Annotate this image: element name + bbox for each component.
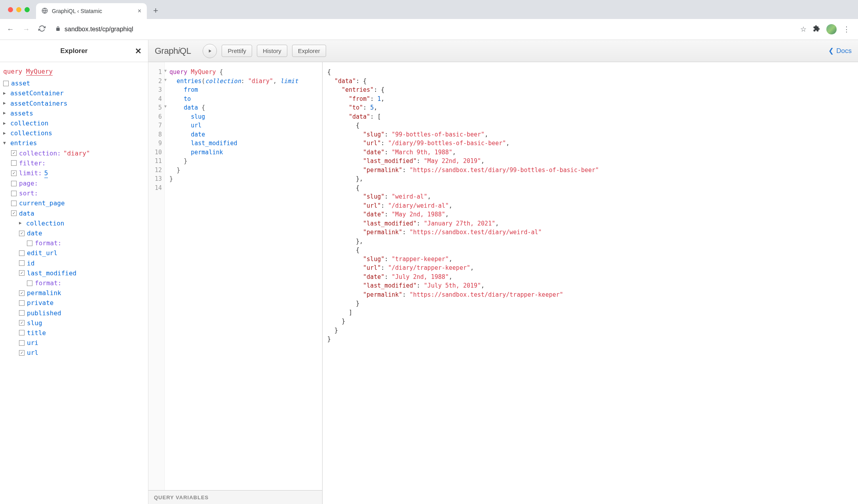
editor-split: 1▼2▼345▼67891011121314 query MyQuery { e… bbox=[148, 62, 858, 504]
query-variables-toggle[interactable]: QUERY VARIABLES bbox=[148, 490, 322, 504]
checkbox[interactable] bbox=[11, 160, 17, 166]
extensions-icon[interactable] bbox=[813, 25, 820, 34]
tree-item-data[interactable]: data bbox=[3, 208, 145, 218]
explorer-button[interactable]: Explorer bbox=[292, 45, 326, 57]
tree-item-published[interactable]: published bbox=[3, 308, 145, 318]
tree-item-assetContainer[interactable]: ▶assetContainer bbox=[3, 88, 145, 98]
checkbox[interactable] bbox=[11, 181, 17, 186]
forward-button[interactable]: → bbox=[21, 25, 32, 34]
tree-item-format[interactable]: format: bbox=[3, 238, 145, 248]
tab-bar: GraphiQL ‹ Statamic × + bbox=[0, 0, 858, 19]
graphiql-logo: GraphiQL bbox=[155, 46, 191, 56]
checkbox[interactable] bbox=[11, 150, 17, 156]
close-tab-button[interactable]: × bbox=[138, 8, 141, 15]
tree-item-title[interactable]: title bbox=[3, 328, 145, 338]
checkbox[interactable] bbox=[19, 270, 25, 276]
tree-item-collections[interactable]: ▶collections bbox=[3, 128, 145, 138]
checkbox[interactable] bbox=[11, 171, 17, 176]
checkbox[interactable] bbox=[19, 290, 25, 296]
caret-right-icon: ▶ bbox=[3, 90, 8, 97]
menu-icon[interactable]: ⋮ bbox=[843, 25, 850, 34]
app: Explorer ✕ query MyQuery asset▶assetCont… bbox=[0, 40, 858, 504]
traffic-lights bbox=[5, 7, 33, 12]
tree-item-edit_url[interactable]: edit_url bbox=[3, 248, 145, 258]
url-text: sandbox.test/cp/graphiql bbox=[65, 26, 133, 33]
caret-down-icon: ▼ bbox=[3, 140, 8, 146]
execute-button[interactable] bbox=[203, 44, 217, 58]
back-button[interactable]: ← bbox=[5, 25, 16, 34]
query-editor[interactable]: 1▼2▼345▼67891011121314 query MyQuery { e… bbox=[148, 62, 322, 490]
checkbox[interactable] bbox=[19, 320, 25, 326]
prettify-button[interactable]: Prettify bbox=[222, 45, 252, 57]
checkbox[interactable] bbox=[3, 81, 9, 86]
tree-item-date[interactable]: date bbox=[3, 228, 145, 238]
docs-button[interactable]: ❮ Docs bbox=[828, 47, 852, 55]
tree-item-private[interactable]: private bbox=[3, 298, 145, 308]
explorer-title: Explorer bbox=[61, 47, 88, 55]
browser-tab[interactable]: GraphiQL ‹ Statamic × bbox=[36, 3, 147, 19]
tree-item-assetContainers[interactable]: ▶assetContainers bbox=[3, 99, 145, 108]
checkbox[interactable] bbox=[11, 191, 17, 196]
query-code[interactable]: query MyQuery { entries(collection: "dia… bbox=[165, 62, 303, 490]
caret-right-icon: ▶ bbox=[3, 110, 8, 116]
checkbox[interactable] bbox=[19, 310, 25, 316]
checkbox[interactable] bbox=[11, 210, 17, 216]
checkbox[interactable] bbox=[19, 300, 25, 306]
globe-icon bbox=[42, 8, 48, 15]
checkbox[interactable] bbox=[19, 260, 25, 266]
url-field[interactable]: sandbox.test/cp/graphiql bbox=[52, 26, 795, 33]
tree-arg-sort[interactable]: sort: bbox=[3, 188, 145, 198]
browser-chrome: GraphiQL ‹ Statamic × + ← → sandbox.test… bbox=[0, 0, 858, 40]
checkbox[interactable] bbox=[19, 340, 25, 346]
history-button[interactable]: History bbox=[257, 45, 287, 57]
close-window-button[interactable] bbox=[8, 7, 13, 12]
tree-arg-page[interactable]: page: bbox=[3, 178, 145, 188]
checkbox[interactable] bbox=[11, 201, 17, 206]
tab-title: GraphiQL ‹ Statamic bbox=[52, 8, 102, 14]
tree-item-current_page[interactable]: current_page bbox=[3, 198, 145, 208]
checkbox[interactable] bbox=[27, 280, 32, 286]
chevron-left-icon: ❮ bbox=[828, 47, 834, 55]
tree-item-asset[interactable]: asset bbox=[3, 78, 145, 88]
tree-item-url[interactable]: url bbox=[3, 348, 145, 358]
minimize-window-button[interactable] bbox=[16, 7, 21, 12]
main-area: GraphiQL Prettify History Explorer ❮ Doc… bbox=[148, 40, 858, 504]
caret-right-icon: ▶ bbox=[3, 100, 8, 106]
checkbox[interactable] bbox=[19, 330, 25, 335]
tree-item-id[interactable]: id bbox=[3, 258, 145, 268]
tree-item-entries[interactable]: ▼ entries bbox=[3, 138, 145, 148]
lock-icon bbox=[55, 26, 61, 32]
reload-button[interactable] bbox=[36, 25, 47, 34]
query-declaration: query MyQuery bbox=[3, 67, 145, 76]
query-pane: 1▼2▼345▼67891011121314 query MyQuery { e… bbox=[148, 62, 323, 504]
url-right-controls: ☆ ⋮ bbox=[800, 24, 853, 34]
tree-item-format[interactable]: format: bbox=[3, 278, 145, 288]
checkbox[interactable] bbox=[19, 350, 25, 356]
tree-item-uri[interactable]: uri bbox=[3, 338, 145, 348]
tree-item-assets[interactable]: ▶assets bbox=[3, 108, 145, 118]
close-explorer-button[interactable]: ✕ bbox=[135, 46, 142, 56]
tree-arg-filter[interactable]: filter: bbox=[3, 158, 145, 168]
maximize-window-button[interactable] bbox=[25, 7, 30, 12]
tree-arg-limit[interactable]: limit: 5 bbox=[3, 168, 145, 178]
checkbox[interactable] bbox=[19, 250, 25, 256]
star-icon[interactable]: ☆ bbox=[800, 25, 807, 34]
tree-item-collection[interactable]: ▶collection bbox=[3, 218, 145, 228]
avatar[interactable] bbox=[826, 24, 837, 34]
result-pane[interactable]: { "data": { "entries": { "from": 1, "to"… bbox=[323, 62, 858, 504]
new-tab-button[interactable]: + bbox=[150, 6, 161, 16]
tree-item-last_modified[interactable]: last_modified bbox=[3, 268, 145, 278]
tree-item-permalink[interactable]: permalink bbox=[3, 288, 145, 298]
checkbox[interactable] bbox=[27, 241, 32, 246]
explorer-tree: query MyQuery asset▶assetContainer▶asset… bbox=[0, 62, 148, 504]
url-bar: ← → sandbox.test/cp/graphiql ☆ ⋮ bbox=[0, 19, 858, 40]
toolbar: GraphiQL Prettify History Explorer ❮ Doc… bbox=[148, 40, 858, 62]
checkbox[interactable] bbox=[19, 231, 25, 236]
explorer-header: Explorer ✕ bbox=[0, 40, 148, 62]
caret-right-icon: ▶ bbox=[3, 130, 8, 136]
caret-right-icon: ▶ bbox=[3, 120, 8, 127]
tree-item-slug[interactable]: slug bbox=[3, 318, 145, 328]
explorer-panel: Explorer ✕ query MyQuery asset▶assetCont… bbox=[0, 40, 148, 504]
tree-item-collection[interactable]: ▶collection bbox=[3, 118, 145, 128]
tree-arg-collection[interactable]: collection: "diary" bbox=[3, 148, 145, 158]
